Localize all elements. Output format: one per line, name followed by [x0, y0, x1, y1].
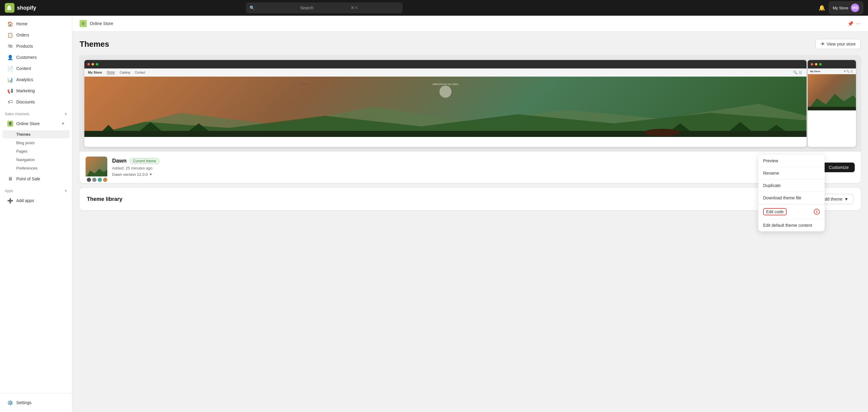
add-apps-label: Add apps — [16, 198, 34, 203]
search-icon: 🔍 — [250, 5, 298, 10]
online-store-icon — [7, 121, 13, 127]
sidebar-label-analytics: Analytics — [16, 77, 33, 82]
products-icon: 🛍 — [7, 43, 13, 49]
add-apps-icon: ➕ — [7, 198, 13, 204]
sidebar-item-navigation[interactable]: Navigation — [2, 156, 70, 164]
sidebar-item-blog-posts[interactable]: Blog posts — [2, 139, 70, 147]
search-shortcut: ⌘ K — [351, 6, 399, 10]
store-name: My Store — [833, 6, 848, 10]
dropdown-item-edit-default[interactable]: Edit default theme content — [758, 219, 825, 231]
notification-bell-icon[interactable]: 🔔 — [818, 4, 825, 11]
sales-channels-add-icon[interactable]: + — [64, 111, 67, 117]
browser-dot-green — [96, 63, 98, 65]
view-store-button[interactable]: 👁 View your store — [815, 39, 861, 49]
sidebar-item-marketing[interactable]: 📢 Marketing — [2, 85, 70, 96]
store-switcher-button[interactable]: My Store MS — [829, 1, 863, 14]
sidebar-label-home: Home — [16, 22, 27, 26]
side-dot-yellow — [815, 63, 817, 65]
preview-label: Preview — [763, 158, 778, 163]
sidebar-item-settings[interactable]: ⚙️ Settings — [2, 397, 70, 408]
settings-icon: ⚙️ — [7, 400, 13, 406]
sidebar-item-discounts[interactable]: 🏷 Discounts — [2, 96, 70, 107]
side-dot-red — [811, 63, 813, 65]
navigation-label: Navigation — [16, 157, 35, 162]
sidebar-item-products[interactable]: 🛍 Products — [2, 41, 70, 52]
apps-add-icon[interactable]: + — [64, 188, 67, 194]
hero-welcome-text: Welcome to our store — [433, 83, 458, 86]
swatch-gray — [92, 178, 96, 178]
sidebar-item-point-of-sale[interactable]: 🖥 Point of Sale — [2, 173, 70, 184]
sidebar-item-content[interactable]: 📄 Content — [2, 63, 70, 74]
pos-label: Point of Sale — [16, 176, 40, 181]
sidebar-item-add-apps[interactable]: ➕ Add apps — [2, 195, 70, 206]
theme-library-card: Theme library Add theme ▼ — [80, 188, 861, 210]
chevron-down-icon: ▼ — [844, 197, 848, 202]
online-store-header-icon — [80, 20, 87, 27]
sidebar-item-orders[interactable]: 📋 Orders — [2, 30, 70, 40]
header-actions: 📌 ⋯ — [847, 21, 861, 27]
sidebar-settings: ⚙️ Settings — [0, 393, 72, 412]
nav-link-home: Home — [107, 70, 115, 74]
home-icon: 🏠 — [7, 21, 13, 27]
topbar: shopify 🔍 Search ⌘ K 🔔 My Store MS — [0, 0, 868, 16]
sidebar-label-marketing: Marketing — [16, 88, 35, 93]
sidebar-label-customers: Customers — [16, 55, 37, 60]
nav-link-contact: Contact — [135, 71, 145, 74]
browser-bar-side — [808, 60, 856, 68]
browser-dot-red — [87, 63, 90, 65]
store-brand-name: My Store — [88, 70, 102, 74]
header-more-button[interactable]: ⋯ — [856, 21, 861, 27]
color-swatches — [86, 176, 107, 178]
step-2-badge: 2 — [814, 209, 820, 215]
pages-label: Pages — [16, 149, 27, 153]
svg-rect-10 — [652, 129, 672, 136]
preferences-label: Preferences — [16, 166, 37, 170]
edit-code-label: Edit code — [763, 208, 786, 215]
content-area: Online Store 📌 ⋯ Themes 👁 View your stor… — [72, 16, 868, 412]
sidebar-label-orders: Orders — [16, 33, 29, 37]
version-text: Dawn version 12.0.0 — [112, 172, 148, 177]
sidebar-label-discounts: Discounts — [16, 99, 35, 105]
dropdown-item-download[interactable]: Download theme file — [758, 192, 825, 204]
avatar: MS — [851, 4, 859, 12]
dropdown-item-edit-code[interactable]: Edit code 2 — [758, 204, 825, 219]
sidebar-item-customers[interactable]: 👤 Customers — [2, 52, 70, 63]
main-layout: 🏠 Home 📋 Orders 🛍 Products 👤 Customers 📄… — [0, 16, 868, 412]
theme-details: Dawn Current theme Added: 25 minutes ago… — [112, 158, 804, 177]
swatch-orange — [103, 178, 107, 178]
online-store-subnav: Themes Blog posts Pages Navigation Prefe… — [0, 129, 72, 173]
theme-info: Dawn Current theme Added: 25 minutes ago… — [80, 152, 861, 183]
svg-rect-12 — [808, 107, 856, 110]
themes-header: Themes 👁 View your store — [80, 39, 861, 49]
sidebar-item-analytics[interactable]: 📊 Analytics — [2, 74, 70, 85]
topbar-right: 🔔 My Store MS — [818, 1, 863, 14]
theme-preview-side: My Store ≡ 🔍 🛒 — [808, 60, 856, 147]
content-body: Themes 👁 View your store — [72, 32, 868, 217]
customize-button[interactable]: Customize — [823, 163, 855, 172]
dropdown-item-preview[interactable]: Preview — [758, 155, 825, 167]
dropdown-item-duplicate[interactable]: Duplicate — [758, 179, 825, 192]
theme-version[interactable]: Dawn version 12.0.0 ▼ — [112, 172, 152, 177]
sidebar-item-themes[interactable]: Themes — [2, 130, 70, 139]
theme-name: Dawn — [112, 158, 127, 164]
birds-decoration: 〜 〜 〜 — [301, 83, 310, 86]
shopify-wordmark: shopify — [17, 5, 36, 11]
shopify-logo: shopify — [5, 3, 36, 13]
sidebar-item-preferences[interactable]: Preferences — [2, 164, 70, 172]
sidebar-item-home[interactable]: 🏠 Home — [2, 19, 70, 29]
theme-library-title: Theme library — [87, 196, 122, 202]
side-hero — [808, 74, 856, 110]
swatch-dark — [87, 178, 91, 178]
search-bar[interactable]: 🔍 Search ⌘ K — [246, 2, 403, 13]
add-theme-label: Add theme — [822, 197, 842, 202]
sidebar: 🏠 Home 📋 Orders 🛍 Products 👤 Customers 📄… — [0, 16, 72, 412]
sidebar-item-online-store[interactable]: Online Store ▼ — [2, 118, 70, 129]
breadcrumb: Online Store — [90, 21, 113, 26]
dropdown-item-rename[interactable]: Rename — [758, 167, 825, 179]
analytics-icon: 📊 — [7, 77, 13, 83]
sidebar-item-pages[interactable]: Pages — [2, 147, 70, 155]
side-brand-name: My Store — [810, 70, 820, 73]
current-theme-badge: Current theme — [130, 158, 159, 164]
current-theme-card: My Store Home Catalog Contact 🔍 🛒 Welcom… — [80, 55, 861, 183]
pin-button[interactable]: 📌 — [847, 21, 854, 27]
